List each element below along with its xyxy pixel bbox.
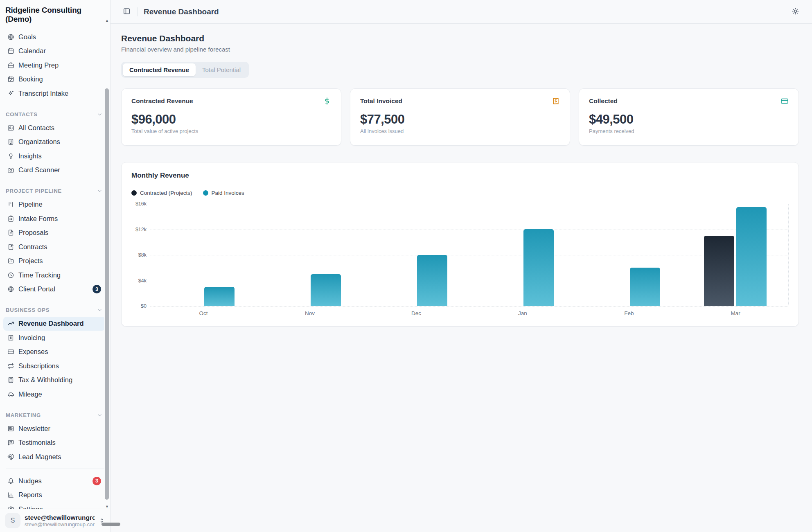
bell-icon <box>7 478 14 485</box>
sidebar-item-organizations[interactable]: Organizations <box>3 135 105 149</box>
sidebar-item-calendar[interactable]: Calendar <box>3 44 105 58</box>
x-tick-label: Feb <box>576 310 682 316</box>
y-tick-label: $8k <box>138 252 147 258</box>
credit-card-icon <box>780 97 789 105</box>
sidebar-item-card-scanner[interactable]: Card Scanner <box>3 163 105 177</box>
sidebar-item-label: Time Tracking <box>18 271 61 279</box>
legend-item-contracted-projects: Contracted (Projects) <box>131 190 192 196</box>
user-menu[interactable]: S steve@thewillowrungroup.c... steve@the… <box>0 509 110 532</box>
sidebar-item-insights[interactable]: Insights <box>3 149 105 163</box>
y-tick-label: $4k <box>138 278 147 284</box>
legend-label: Paid Invoices <box>212 190 244 196</box>
calendar-icon <box>7 47 14 54</box>
sidebar-section-marketing[interactable]: MARKETING <box>6 412 103 418</box>
sidebar-item-label: All Contacts <box>18 124 54 132</box>
chart-area: $0$4k$8k$12k$16k <box>131 204 789 306</box>
gridline <box>150 306 788 307</box>
x-tick-label: Nov <box>257 310 363 316</box>
sidebar-item-label: Meeting Prep <box>18 61 59 69</box>
sidebar-item-label: Revenue Dashboard <box>18 320 84 327</box>
scroll-up-arrow[interactable]: ▲ <box>104 18 110 23</box>
briefcase-icon <box>7 62 14 69</box>
scroll-down-arrow[interactable]: ▼ <box>104 504 110 509</box>
sidebar-item-label: Contracts <box>18 243 47 251</box>
bar-paid-invoices-dec <box>417 255 447 306</box>
stat-card-contracted-revenue: Contracted Revenue$96,000Total value of … <box>121 88 341 146</box>
sun-icon <box>792 7 799 16</box>
tab-contracted-revenue[interactable]: Contracted Revenue <box>123 63 196 76</box>
sidebar-item-label: Card Scanner <box>18 166 60 174</box>
sidebar-item-reports[interactable]: Reports <box>3 488 105 502</box>
sidebar-item-nudges[interactable]: Nudges3 <box>3 474 105 488</box>
sidebar-section-label: PROJECT PIPELINE <box>6 188 62 194</box>
bar-paid-invoices-mar <box>736 207 767 306</box>
sidebar-item-client-portal[interactable]: Client Portal3 <box>3 282 105 296</box>
stat-card-title: Collected <box>589 97 618 105</box>
bar-groups <box>150 204 788 306</box>
sidebar-item-all-contacts[interactable]: All Contacts <box>3 121 105 135</box>
sidebar-item-pipeline[interactable]: Pipeline <box>3 198 105 212</box>
notification-badge: 3 <box>92 477 101 485</box>
folder-icon <box>7 257 14 264</box>
sidebar-item-settings[interactable]: Settings <box>3 502 105 509</box>
stat-card-header: Total Invoiced <box>360 97 560 105</box>
sidebar-item-label: Subscriptions <box>18 362 59 370</box>
sidebar-section-business-ops[interactable]: BUSINESS OPS <box>6 307 103 313</box>
sidebar-item-label: Insights <box>18 152 42 160</box>
file-text-icon <box>7 229 14 236</box>
revenue-mode-tabs: Contracted RevenueTotal Potential <box>121 62 249 78</box>
bar-paid-invoices-jan <box>523 229 554 306</box>
sidebar-item-booking[interactable]: Booking <box>3 72 105 86</box>
page-title: Revenue Dashboard <box>121 34 799 43</box>
sidebar-item-intake-forms[interactable]: Intake Forms <box>3 212 105 225</box>
calculator-icon <box>7 376 14 383</box>
sidebar-item-mileage[interactable]: Mileage <box>3 387 105 401</box>
sidebar-scrollbar[interactable]: ▲ ▼ <box>104 19 110 508</box>
stat-card-subtitle: Payments received <box>589 128 789 134</box>
sidebar-item-meeting-prep[interactable]: Meeting Prep <box>3 58 105 72</box>
receipt-icon <box>552 97 560 105</box>
sidebar-item-invoicing[interactable]: Invoicing <box>3 331 105 345</box>
sidebar-item-label: Lead Magnets <box>18 453 61 461</box>
sidebar-item-goals[interactable]: Goals <box>3 30 105 44</box>
bar-paid-invoices-oct <box>204 287 235 306</box>
app-window: Ridgeline Consulting (Demo) GoalsCalenda… <box>0 0 812 532</box>
sidebar-section-label: MARKETING <box>6 412 41 418</box>
workspace-title[interactable]: Ridgeline Consulting (Demo) <box>0 0 110 28</box>
sidebar-item-newsletter[interactable]: Newsletter <box>3 422 105 435</box>
sidebar-item-revenue-dashboard[interactable]: Revenue Dashboard <box>3 317 105 331</box>
sidebar-section-project-pipeline[interactable]: PROJECT PIPELINE <box>6 188 103 194</box>
theme-toggle-button[interactable] <box>788 5 802 19</box>
sidebar-item-label: Intake Forms <box>18 215 58 223</box>
sidebar-item-testimonials[interactable]: Testimonials <box>3 436 105 450</box>
sidebar-item-expenses[interactable]: Expenses <box>3 345 105 359</box>
sidebar-item-transcript-intake[interactable]: Transcript Intake <box>3 86 105 100</box>
chart-title: Monthly Revenue <box>131 171 789 180</box>
sidebar-item-label: Organizations <box>18 138 60 146</box>
sidebar-toggle-button[interactable] <box>120 5 133 19</box>
sidebar-section-contacts[interactable]: CONTACTS <box>6 111 103 117</box>
newspaper-icon <box>7 425 14 432</box>
legend-dot <box>131 190 137 196</box>
clock-icon <box>7 272 14 279</box>
kanban-icon <box>7 201 14 208</box>
panel-left-icon <box>123 7 131 16</box>
sidebar-section-label: BUSINESS OPS <box>6 307 50 313</box>
scrollbar-thumb[interactable] <box>105 88 109 500</box>
topbar: Revenue Dashboard <box>111 0 812 24</box>
sidebar-item-time-tracking[interactable]: Time Tracking <box>3 268 105 282</box>
sidebar-item-label: Goals <box>18 33 36 41</box>
trending-up-icon <box>7 320 14 327</box>
tab-total-potential[interactable]: Total Potential <box>196 63 247 76</box>
chevron-down-icon <box>97 111 103 117</box>
sidebar-item-tax-withholding[interactable]: Tax & Withholding <box>3 373 105 387</box>
stat-card-collected: Collected$49,500Payments received <box>579 88 799 146</box>
sidebar-item-subscriptions[interactable]: Subscriptions <box>3 359 105 373</box>
sidebar-item-proposals[interactable]: Proposals <box>3 226 105 240</box>
horizontal-scrollbar-thumb[interactable] <box>102 523 120 526</box>
legend-item-paid-invoices: Paid Invoices <box>203 190 244 196</box>
sidebar-item-projects[interactable]: Projects <box>3 254 105 268</box>
sidebar-item-lead-magnets[interactable]: Lead Magnets <box>3 450 105 464</box>
sidebar-item-contracts[interactable]: Contracts <box>3 240 105 254</box>
dollar-sign-icon <box>323 97 331 105</box>
